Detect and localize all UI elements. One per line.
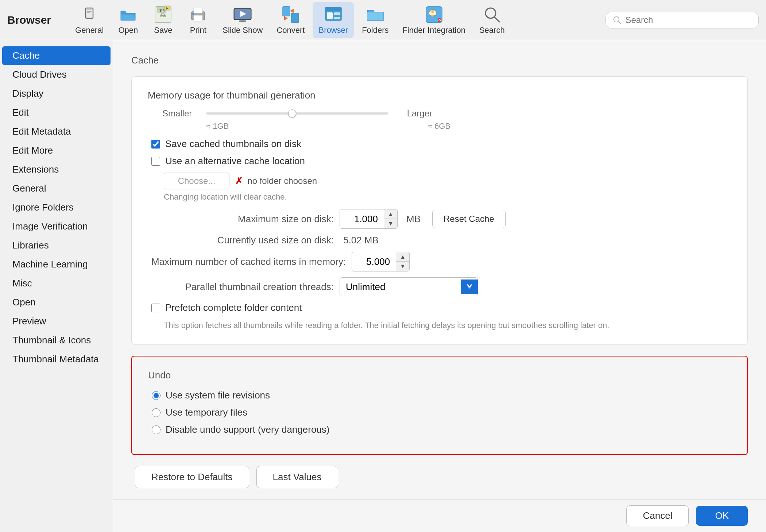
toolbar-finder-label: Finder Integration — [403, 26, 465, 35]
toolbar-item-browser[interactable]: Browser — [313, 2, 354, 38]
max-size-input[interactable] — [340, 211, 384, 228]
radio-system-revisions-row: Use system file revisions — [148, 390, 731, 401]
app-title: Browser — [7, 14, 51, 26]
radio-disable-undo[interactable] — [152, 425, 160, 434]
sidebar-item-edit[interactable]: Edit — [2, 103, 111, 122]
memory-label: Memory usage for thumbnail generation — [148, 90, 731, 101]
prefetch-checkbox[interactable] — [151, 304, 160, 312]
cache-panel: Memory usage for thumbnail generation Sm… — [131, 76, 748, 345]
search-icon — [612, 15, 622, 25]
svg-rect-20 — [283, 7, 290, 16]
current-size-value: 5.02 MB — [340, 235, 379, 246]
sidebar-item-ignore-folders[interactable]: Ignore Folders — [2, 198, 111, 217]
sidebar-item-thumbnail-icons[interactable]: Thumbnail & Icons — [2, 331, 111, 350]
slider-val-left: ≈ 1GB — [162, 122, 235, 131]
svg-rect-13 — [194, 8, 202, 13]
no-folder-x: ✗ — [235, 176, 243, 186]
max-cached-input-wrap: ▲ ▼ — [352, 252, 410, 271]
slider-values: ≈ 1GB ≈ 6GB — [148, 122, 731, 131]
cancel-button[interactable]: Cancel — [626, 505, 689, 526]
search-box[interactable] — [606, 12, 759, 28]
sidebar-item-libraries[interactable]: Libraries — [2, 236, 111, 255]
radio-temp-files[interactable] — [152, 408, 160, 417]
ok-button[interactable]: OK — [696, 506, 748, 526]
max-size-stepper: ▲ ▼ — [384, 209, 397, 228]
save-cached-checkbox[interactable] — [151, 140, 160, 149]
restore-defaults-button[interactable]: Restore to Defaults — [135, 466, 249, 488]
parallel-threads-label: Parallel thumbnail creation threads: — [151, 281, 334, 293]
toolbar-folders-label: Folders — [362, 26, 388, 35]
slider-min-label: Smaller — [162, 108, 199, 119]
max-cached-up[interactable]: ▲ — [396, 252, 409, 262]
radio-system-revisions-label: Use system file revisions — [166, 390, 270, 401]
parallel-threads-row: Parallel thumbnail creation threads: Unl… — [148, 277, 731, 296]
max-cached-input[interactable] — [352, 253, 396, 270]
bottom-bar: Restore to Defaults Last Values — [131, 466, 748, 488]
sidebar-item-edit-metadata[interactable]: Edit Metadata — [2, 122, 111, 141]
toolbar-browser-label: Browser — [318, 26, 348, 35]
toolbar-item-convert[interactable]: Convert — [271, 2, 310, 38]
sidebar-item-open[interactable]: Open — [2, 293, 111, 312]
general-icon — [80, 5, 99, 24]
sidebar-item-extensions[interactable]: Extensions — [2, 160, 111, 179]
prefetch-label: Prefetch complete folder content — [165, 302, 302, 313]
save-cached-row: Save cached thumbnails on disk — [148, 138, 731, 150]
toolbar-item-folders[interactable]: Folders — [356, 2, 394, 38]
toolbar-item-slideshow[interactable]: Slide Show — [217, 2, 268, 38]
folders-icon — [366, 5, 385, 24]
svg-rect-24 — [327, 12, 333, 19]
radio-disable-undo-label: Disable undo support (very dangerous) — [166, 424, 329, 435]
toolbar-item-finder[interactable]: ✕ Finder Integration — [397, 2, 471, 38]
max-cached-stepper: ▲ ▼ — [396, 252, 409, 271]
max-size-row: Maximum size on disk: ▲ ▼ MB Reset Cache — [148, 209, 731, 229]
toolbar: Browser General Open TIFF JPG P — [0, 0, 766, 40]
max-size-down[interactable]: ▼ — [384, 219, 397, 228]
sidebar-item-display[interactable]: Display — [2, 84, 111, 103]
toolbar-convert-label: Convert — [276, 26, 305, 35]
toolbar-item-print[interactable]: Print — [182, 2, 214, 38]
radio-disable-undo-row: Disable undo support (very dangerous) — [148, 424, 731, 435]
toolbar-item-save[interactable]: TIFF JPG PNG ▶ Save — [147, 2, 179, 38]
svg-rect-12 — [194, 15, 202, 21]
parallel-threads-dropdown[interactable]: Unlimited 1 2 4 8 — [340, 277, 478, 296]
main-layout: Cache Cloud Drives Display Edit Edit Met… — [0, 40, 766, 532]
svg-rect-14 — [192, 13, 194, 15]
sidebar-item-preview[interactable]: Preview — [2, 312, 111, 331]
sidebar-item-edit-more[interactable]: Edit More — [2, 141, 111, 160]
last-values-button[interactable]: Last Values — [256, 466, 338, 488]
toolbar-slideshow-label: Slide Show — [223, 26, 263, 35]
sidebar-item-thumbnail-metadata[interactable]: Thumbnail Metadata — [2, 350, 111, 369]
max-size-up[interactable]: ▲ — [384, 209, 397, 219]
max-cached-down[interactable]: ▼ — [396, 262, 409, 271]
no-folder-text: ✗ ✗ no folder choosen no folder choosen — [235, 176, 317, 186]
slider-track[interactable] — [206, 112, 388, 115]
svg-text:✕: ✕ — [438, 18, 441, 22]
svg-rect-21 — [291, 13, 299, 23]
sidebar-item-cache[interactable]: Cache — [2, 46, 111, 65]
parallel-threads-select[interactable]: Unlimited 1 2 4 8 — [340, 278, 461, 296]
sidebar-item-machine-learning[interactable]: Machine Learning — [2, 255, 111, 274]
reset-cache-button[interactable]: Reset Cache — [432, 210, 506, 228]
save-cached-label: Save cached thumbnails on disk — [165, 138, 301, 150]
toolbar-item-open[interactable]: Open — [112, 2, 144, 38]
browser-icon — [324, 5, 343, 24]
toolbar-item-general[interactable]: General — [69, 2, 109, 38]
print-icon — [189, 5, 208, 24]
section-title: Cache — [131, 55, 748, 66]
search-input[interactable] — [625, 15, 752, 25]
sidebar-item-misc[interactable]: Misc — [2, 274, 111, 293]
slider-max-label: Larger — [396, 108, 432, 119]
svg-rect-25 — [334, 12, 340, 15]
alt-cache-label: Use an alternative cache location — [165, 155, 305, 167]
svg-rect-4 — [87, 12, 90, 13]
search-toolbar-icon — [483, 5, 502, 24]
toolbar-item-search[interactable]: Search — [473, 2, 511, 38]
sidebar-item-general[interactable]: General — [2, 179, 111, 198]
radio-system-revisions[interactable] — [152, 391, 160, 400]
sidebar-item-cloud-drives[interactable]: Cloud Drives — [2, 65, 111, 84]
choose-folder-btn[interactable]: Choose... — [164, 173, 229, 189]
slider-thumb[interactable] — [288, 109, 296, 117]
open-icon — [119, 5, 138, 24]
sidebar-item-image-verification[interactable]: Image Verification — [2, 217, 111, 236]
alt-cache-checkbox[interactable] — [151, 157, 160, 166]
